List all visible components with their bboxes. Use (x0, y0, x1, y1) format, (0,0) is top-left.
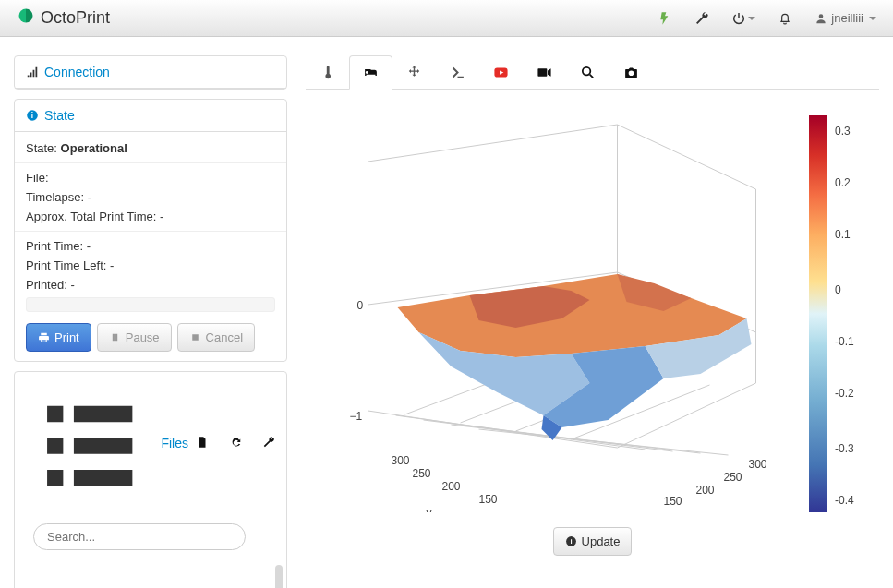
tab-control[interactable] (392, 55, 436, 89)
tab-terminal[interactable] (436, 55, 479, 89)
user-icon (815, 12, 827, 25)
files-search (24, 523, 277, 550)
colorbar-tick: 0.2 (835, 176, 851, 189)
print-time-value: - (87, 239, 91, 253)
svg-text:250: 250 (413, 467, 431, 480)
tab-webcam[interactable] (523, 55, 566, 89)
printed-value: - (70, 278, 74, 292)
user-menu[interactable]: jneilliii (815, 11, 876, 25)
info-icon: i (26, 109, 39, 122)
connection-panel: Connection (14, 55, 287, 90)
connection-title: Connection (44, 65, 110, 79)
progress-bar (26, 297, 275, 312)
colorbar-tick: -0.4 (835, 494, 854, 507)
state-value: Operational (61, 141, 127, 155)
power-icon[interactable] (731, 11, 755, 26)
bed-level-chart[interactable]: 0 −1 300 250 200 150 y 300 250 200 150 x (315, 106, 870, 512)
wrench-icon[interactable] (262, 436, 275, 451)
print-time-label: Print Time: (26, 239, 83, 253)
scrollbar[interactable] (275, 565, 283, 588)
files-panel: Files (14, 371, 287, 588)
svg-text:200: 200 (442, 480, 461, 493)
tabs (306, 55, 879, 90)
camera-icon (623, 65, 639, 80)
tab-youtube[interactable] (479, 55, 523, 89)
surface-plot[interactable]: 0 −1 300 250 200 150 y 300 250 200 150 x (315, 106, 790, 512)
state-title: State (44, 108, 75, 123)
file-icon[interactable] (196, 436, 209, 451)
tab-temperature[interactable] (306, 55, 349, 89)
tab-search[interactable] (566, 55, 609, 89)
print-time-left-label: Print Time Left: (26, 258, 106, 272)
username: jneilliii (831, 11, 863, 25)
refresh-icon[interactable] (229, 436, 242, 451)
info-icon: i (565, 535, 577, 547)
brand[interactable]: OctoPrint (17, 6, 110, 30)
youtube-icon (493, 65, 509, 80)
files-header[interactable]: Files (15, 372, 286, 514)
cancel-button[interactable]: Cancel (177, 323, 255, 352)
pause-icon (109, 331, 121, 343)
terminal-icon (450, 65, 465, 80)
list-icon (26, 379, 153, 507)
colorbar-tick: 0 (835, 283, 841, 296)
print-label: Print (54, 330, 79, 344)
approx-value: - (160, 210, 163, 223)
cancel-label: Cancel (206, 330, 243, 344)
print-time-left-value: - (110, 258, 114, 272)
pause-label: Pause (126, 330, 160, 344)
chevron-down-icon (869, 17, 876, 20)
svg-text:−1: −1 (350, 410, 363, 423)
colorbar: 0.3 0.2 0.1 0 -0.1 -0.2 -0.3 -0.4 (809, 115, 846, 512)
connection-header[interactable]: Connection (15, 56, 286, 89)
tab-camera[interactable] (609, 55, 653, 89)
files-title: Files (161, 436, 188, 450)
signal-icon (26, 66, 39, 78)
printed-label: Printed: (26, 278, 67, 292)
state-panel: i State State: Operational File: Timelap… (14, 99, 287, 362)
colorbar-tick: 0.1 (835, 228, 851, 241)
chevron-down-icon (748, 17, 755, 20)
print-icon (38, 331, 50, 343)
approx-label: Approx. Total Print Time: (26, 210, 156, 223)
colorbar-tick: -0.2 (835, 387, 854, 400)
svg-text:150: 150 (664, 495, 682, 508)
video-icon (537, 65, 552, 80)
svg-text:300: 300 (749, 458, 767, 471)
svg-text:150: 150 (479, 493, 498, 506)
wrench-icon[interactable] (694, 11, 709, 26)
tab-bedlevel[interactable] (349, 55, 392, 90)
svg-point-4 (583, 67, 591, 76)
search-icon (580, 65, 596, 80)
search-input[interactable] (33, 523, 246, 550)
bell-icon[interactable] (778, 11, 792, 26)
state-header[interactable]: i State (15, 100, 286, 132)
octoprint-logo-icon (17, 6, 35, 30)
state-body: State: Operational File: Timelapse: - Ap… (15, 132, 286, 361)
tab-body: 0 −1 300 250 200 150 y 300 250 200 150 x (306, 90, 879, 588)
print-button[interactable]: Print (26, 323, 91, 352)
colorbar-tick: 0.3 (835, 125, 851, 138)
pause-button[interactable]: Pause (97, 323, 172, 352)
sidebar: Connection i State State: Operational Fi… (14, 55, 287, 588)
files-list (15, 559, 286, 588)
timelapse-value: - (88, 190, 91, 204)
bolt-icon[interactable] (658, 11, 672, 26)
thermometer-icon (320, 65, 335, 80)
svg-rect-2 (192, 334, 199, 341)
nav-icons: jneilliii (658, 11, 876, 26)
content: 0 −1 300 250 200 150 y 300 250 200 150 x (306, 55, 879, 588)
svg-text:i: i (31, 112, 33, 120)
stop-icon (189, 331, 201, 343)
move-icon (406, 65, 422, 80)
update-label: Update (582, 534, 621, 548)
y-axis-label: y (427, 507, 432, 512)
colorbar-tick: -0.3 (835, 442, 854, 455)
brand-text: OctoPrint (41, 8, 110, 28)
file-label: File: (26, 171, 49, 185)
update-button[interactable]: i Update (553, 527, 633, 556)
svg-text:0: 0 (357, 299, 364, 312)
svg-text:200: 200 (696, 484, 715, 497)
navbar: OctoPrint jneilliii (0, 0, 893, 37)
bed-icon (363, 65, 379, 80)
